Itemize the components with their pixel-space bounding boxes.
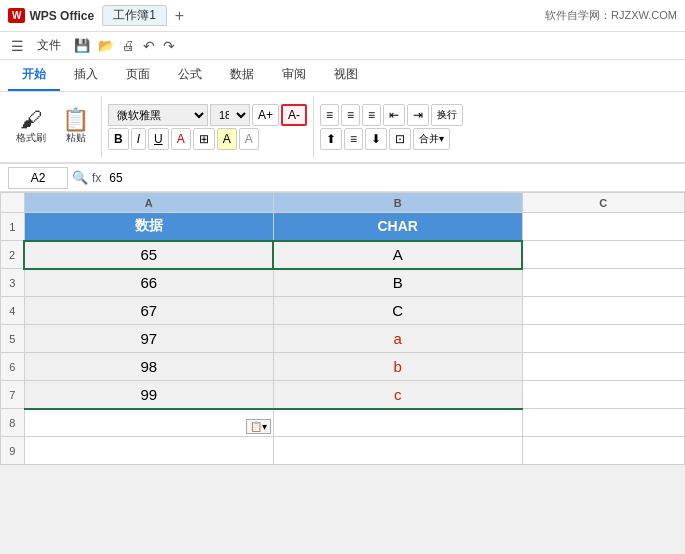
- cell-c4[interactable]: [522, 297, 684, 325]
- spreadsheet: A B C 1 数据 CHAR 2 65 A 3 66: [0, 192, 685, 465]
- open-icon[interactable]: 📂: [98, 38, 114, 53]
- menu-bar: ☰ 文件 💾 📂 🖨 ↶ ↷: [0, 32, 685, 60]
- valign-middle-btn[interactable]: ≡: [344, 128, 363, 150]
- cell-a7[interactable]: 99: [24, 381, 273, 409]
- cell-b6[interactable]: b: [273, 353, 522, 381]
- cell-c2[interactable]: [522, 241, 684, 269]
- cell-a8[interactable]: 📋▾: [24, 409, 273, 437]
- website-label: 软件自学网：RJZXW.COM: [545, 8, 677, 23]
- cell-a3[interactable]: 66: [24, 269, 273, 297]
- row-num-8: 8: [1, 409, 25, 437]
- tab-data[interactable]: 数据: [216, 60, 268, 91]
- bold-btn[interactable]: B: [108, 128, 129, 150]
- table-row: 3 66 B: [1, 269, 685, 297]
- col-header-b[interactable]: B: [273, 193, 522, 213]
- underline-btn[interactable]: U: [148, 128, 169, 150]
- cell-a1[interactable]: 数据: [24, 213, 273, 241]
- cell-a5[interactable]: 97: [24, 325, 273, 353]
- valign-top-btn[interactable]: ⬆: [320, 128, 342, 150]
- cell-a2[interactable]: 65: [24, 241, 273, 269]
- paste-icon: 📋: [62, 109, 89, 131]
- corner-cell: [1, 193, 25, 213]
- format-brush-btn[interactable]: 🖌 格式刷: [10, 105, 52, 149]
- table-row: 8 📋▾: [1, 409, 685, 437]
- align-center-btn[interactable]: ≡: [341, 104, 360, 126]
- table-row: 6 98 b: [1, 353, 685, 381]
- tab-view[interactable]: 视图: [320, 60, 372, 91]
- text-shadow-btn[interactable]: A: [239, 128, 259, 150]
- workbook-tab[interactable]: 工作簿1 +: [102, 5, 184, 26]
- col-header-a[interactable]: A: [24, 193, 273, 213]
- format-brush-icon: 🖌: [20, 109, 42, 131]
- table-row: 1 数据 CHAR: [1, 213, 685, 241]
- row-num-6: 6: [1, 353, 25, 381]
- text-rotate-btn[interactable]: ⊡: [389, 128, 411, 150]
- row-num-5: 5: [1, 325, 25, 353]
- row-num-1: 1: [1, 213, 25, 241]
- valign-bottom-btn[interactable]: ⬇: [365, 128, 387, 150]
- save-icon[interactable]: 💾: [74, 38, 90, 53]
- tab-insert[interactable]: 插入: [60, 60, 112, 91]
- formula-bar: A2 🔍 fx: [0, 164, 685, 192]
- fill-color-btn[interactable]: A: [217, 128, 237, 150]
- align-left-btn[interactable]: ≡: [320, 104, 339, 126]
- formula-input[interactable]: [105, 171, 677, 185]
- cell-c7[interactable]: [522, 381, 684, 409]
- cell-c6[interactable]: [522, 353, 684, 381]
- undo-icon[interactable]: ↶: [143, 38, 155, 54]
- merge-btn[interactable]: 合并▾: [413, 128, 450, 150]
- wps-logo-area: W WPS Office: [8, 8, 94, 23]
- tab-formula[interactable]: 公式: [164, 60, 216, 91]
- increase-font-btn[interactable]: A+: [252, 104, 279, 126]
- border-btn[interactable]: ⊞: [193, 128, 215, 150]
- font-family-select[interactable]: 微软雅黑: [108, 104, 208, 126]
- col-header-c[interactable]: C: [522, 193, 684, 213]
- font-size-select[interactable]: 18: [210, 104, 250, 126]
- tab-page[interactable]: 页面: [112, 60, 164, 91]
- indent-left-btn[interactable]: ⇤: [383, 104, 405, 126]
- decrease-font-btn[interactable]: A-: [281, 104, 307, 126]
- cell-reference-input[interactable]: A2: [8, 167, 68, 189]
- col-header-row: A B C: [1, 193, 685, 213]
- cell-a6[interactable]: 98: [24, 353, 273, 381]
- tab-review[interactable]: 审阅: [268, 60, 320, 91]
- italic-btn[interactable]: I: [131, 128, 146, 150]
- cell-b5[interactable]: a: [273, 325, 522, 353]
- paste-options-btn[interactable]: 📋▾: [246, 419, 271, 434]
- wrap-text-btn[interactable]: 换行: [431, 104, 463, 126]
- ribbon-main: 🖌 格式刷 📋 粘贴 微软雅黑 18 A+ A- B I U A: [0, 92, 685, 164]
- redo-icon[interactable]: ↷: [163, 38, 175, 54]
- wps-logo: W: [8, 8, 25, 23]
- font-color-btn[interactable]: A: [171, 128, 191, 150]
- print-icon[interactable]: 🖨: [122, 38, 135, 53]
- cell-a4[interactable]: 67: [24, 297, 273, 325]
- cell-c5[interactable]: [522, 325, 684, 353]
- cell-b2[interactable]: A: [273, 241, 522, 269]
- cell-c9[interactable]: [522, 437, 684, 465]
- hamburger-menu-icon[interactable]: ☰: [11, 38, 24, 54]
- cell-c3[interactable]: [522, 269, 684, 297]
- sheet-table: A B C 1 数据 CHAR 2 65 A 3 66: [0, 192, 685, 465]
- table-row: 9: [1, 437, 685, 465]
- tab-workbook[interactable]: 工作簿1: [102, 5, 167, 26]
- zoom-icon[interactable]: 🔍: [72, 170, 88, 185]
- cell-b7[interactable]: c: [273, 381, 522, 409]
- add-tab-btn[interactable]: +: [175, 7, 184, 25]
- cell-a9[interactable]: [24, 437, 273, 465]
- menu-file[interactable]: 文件: [29, 35, 69, 56]
- cell-b8[interactable]: [273, 409, 522, 437]
- cell-c8[interactable]: [522, 409, 684, 437]
- paste-btn[interactable]: 📋 粘贴: [56, 105, 95, 149]
- row-num-2: 2: [1, 241, 25, 269]
- tab-start[interactable]: 开始: [8, 60, 60, 91]
- indent-right-btn[interactable]: ⇥: [407, 104, 429, 126]
- align-right-btn[interactable]: ≡: [362, 104, 381, 126]
- row-num-7: 7: [1, 381, 25, 409]
- cell-b3[interactable]: B: [273, 269, 522, 297]
- table-row: 7 99 c: [1, 381, 685, 409]
- cell-b4[interactable]: C: [273, 297, 522, 325]
- cell-c1[interactable]: [522, 213, 684, 241]
- ribbon-group-align: ≡ ≡ ≡ ⇤ ⇥ 换行 ⬆ ≡ ⬇ ⊡ 合并▾: [314, 96, 469, 158]
- cell-b9[interactable]: [273, 437, 522, 465]
- cell-b1[interactable]: CHAR: [273, 213, 522, 241]
